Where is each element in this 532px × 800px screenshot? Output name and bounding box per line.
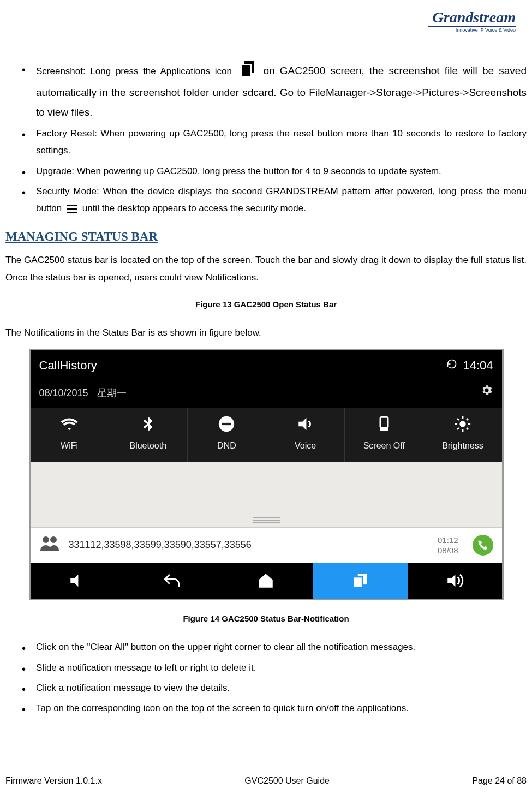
notification-date: 08/08	[438, 546, 458, 555]
bullet-screenshot: Screenshot: Long press the Applications …	[22, 60, 527, 122]
qs-brightness[interactable]: Brightness	[423, 408, 501, 462]
bullet-click-details: Click a notification message to view the…	[22, 679, 527, 696]
qs-label: Brightness	[442, 438, 483, 454]
gear-icon[interactable]	[480, 384, 493, 403]
svg-rect-23	[354, 577, 363, 588]
bullet-slide-delete: Slide a notification message to left or …	[22, 659, 527, 676]
nav-home[interactable]	[219, 563, 313, 599]
qs-label: Voice	[295, 438, 316, 454]
bullet-list-bottom: Click on the "Clear All" button on the u…	[5, 638, 527, 717]
page-footer: Firmware Version 1.0.1.x GVC2500 User Gu…	[5, 776, 527, 786]
svg-rect-2	[67, 205, 77, 206]
figure-14-caption: Figure 14 GAC2500 Status Bar-Notificatio…	[5, 611, 527, 626]
section-paragraph-1: The GAC2500 status bar is located on the…	[5, 252, 527, 286]
footer-doc-title: GVC2500 User Guide	[244, 776, 330, 786]
shot-app-title: CallHistory	[39, 355, 97, 377]
notification-text: 331112,33598,33599,33590,33557,33556	[69, 536, 429, 554]
notification-row[interactable]: 331112,33598,33599,33590,33557,33556 01:…	[31, 527, 502, 563]
section-heading-managing-status-bar: MANAGING STATUS BAR	[5, 225, 527, 249]
qs-wifi[interactable]: WiFi	[31, 408, 109, 462]
refresh-icon[interactable]	[446, 355, 457, 377]
quick-settings-row: WiFi Bluetooth DND Voice Screen Off	[31, 408, 502, 462]
shot-clock: 14:04	[463, 355, 493, 377]
svg-line-18	[467, 419, 468, 420]
svg-rect-9	[380, 428, 388, 431]
brand-logo: Grandstream Innovative IP Voice & Video	[428, 10, 516, 40]
svg-marker-24	[447, 575, 455, 587]
call-icon[interactable]	[473, 535, 493, 556]
drag-handle-icon[interactable]	[253, 517, 280, 523]
shot-weekday: 星期一	[97, 384, 127, 402]
bullet-tap-icon: Tap on the corresponding icon on the top…	[22, 700, 527, 717]
qs-label: WiFi	[61, 438, 78, 454]
shot-date-bar: 08/10/2015 星期一	[31, 381, 502, 408]
brand-tagline: Innovative IP Voice & Video	[428, 26, 516, 33]
footer-page-number: Page 24 of 88	[472, 776, 527, 786]
nav-volume-up[interactable]	[408, 563, 502, 599]
group-contact-icon	[39, 534, 60, 556]
svg-point-19	[43, 536, 49, 543]
bullet-text-suffix: until the desktop appears to access the …	[82, 203, 306, 213]
menu-icon	[67, 200, 77, 217]
qs-label: Bluetooth	[129, 438, 166, 454]
svg-marker-21	[70, 575, 78, 587]
qs-label: Screen Off	[363, 438, 405, 454]
nav-bar	[31, 563, 502, 599]
svg-rect-6	[222, 423, 231, 425]
applications-icon	[239, 60, 256, 83]
bullet-text-prefix: Screenshot: Long press the Applications …	[36, 66, 232, 76]
brand-name: Grandstream	[428, 10, 516, 25]
qs-label: DND	[217, 438, 236, 454]
bullet-clear-all: Click on the "Clear All" button on the u…	[22, 638, 527, 655]
svg-point-10	[459, 421, 465, 427]
section-paragraph-2: The Notifications in the Status Bar is a…	[5, 324, 527, 341]
svg-rect-1	[241, 64, 251, 76]
qs-voice[interactable]: Voice	[266, 408, 345, 462]
svg-point-20	[50, 536, 57, 543]
footer-firmware: Firmware Version 1.0.1.x	[5, 776, 102, 786]
nav-back[interactable]	[124, 563, 219, 599]
status-bar-screenshot: CallHistory 14:04 08/10/2015 星期一	[29, 349, 504, 600]
figure-13-caption: Figure 13 GAC2500 Open Status Bar	[5, 297, 527, 312]
bullet-upgrade: Upgrade: When powering up GAC2500, long …	[22, 163, 527, 180]
qs-dnd[interactable]: DND	[188, 408, 266, 462]
svg-line-17	[457, 428, 459, 429]
svg-marker-7	[298, 418, 306, 431]
bullet-factory-reset: Factory Reset: When powering up GAC2500,…	[22, 125, 527, 159]
svg-rect-4	[67, 212, 77, 213]
notification-meta: 01:12 08/08	[438, 535, 458, 556]
bullet-security-mode: Security Mode: When the device displays …	[22, 183, 527, 218]
svg-rect-8	[380, 417, 388, 428]
svg-line-16	[467, 428, 468, 429]
nav-recents[interactable]	[313, 563, 408, 599]
shot-title-bar: CallHistory 14:04	[31, 350, 502, 381]
notification-area	[31, 462, 502, 527]
qs-bluetooth[interactable]: Bluetooth	[109, 408, 188, 462]
bullet-list-top: Screenshot: Long press the Applications …	[5, 60, 527, 218]
svg-rect-3	[67, 208, 77, 210]
nav-volume-down[interactable]	[31, 563, 125, 599]
notification-time: 01:12	[438, 535, 458, 545]
svg-line-15	[457, 419, 459, 420]
shot-date: 08/10/2015	[39, 384, 88, 402]
qs-screen-off[interactable]: Screen Off	[345, 408, 423, 462]
